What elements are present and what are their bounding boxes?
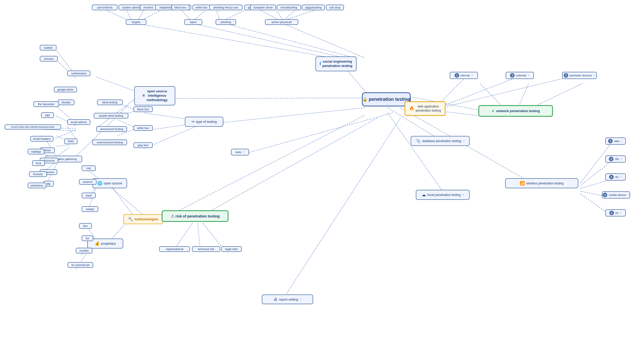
svg-line-6 <box>159 98 364 98</box>
report-writing-node: 🖨 report writing ↗ <box>262 294 313 304</box>
osint-node: ✳ open sourceintelligencemethodology <box>134 86 175 105</box>
iss-node: iss <box>82 235 93 241</box>
svg-line-8 <box>154 115 364 223</box>
issaf-node: issaf <box>82 193 96 198</box>
mcafee-node: mcafee <box>76 248 92 253</box>
perimeter-node: 3 perimeter devices ↗ <box>562 72 597 79</box>
sublistr-node: sublistr <box>40 45 56 51</box>
mobile-device-node: 4 mobile device ↗ <box>602 191 630 199</box>
lock-icon: 🔒 <box>362 97 368 102</box>
central-node: 🔒 penetration testing <box>362 92 411 106</box>
rfid-node: 2 rfid ↗ <box>605 155 626 163</box>
osstmm-node: osstmm <box>79 179 97 185</box>
gray-box-node: gray box <box>133 142 153 148</box>
svg-line-13 <box>194 24 344 58</box>
ec-councils-node: ec-councils lpt <box>68 262 93 268</box>
targets-node: targets <box>126 19 146 25</box>
connection-lines <box>0 0 644 346</box>
network-pen-node: ✔ network penetration testing <box>478 105 553 117</box>
svg-line-4 <box>400 108 539 187</box>
web-app-node: 🔥 web applicationpenetration testing <box>405 101 446 116</box>
users-clients-node: users/clients <box>92 5 118 10</box>
pentmenu-node: pentmenu <box>28 183 46 188</box>
white-box-node: white box <box>133 125 153 131</box>
wlan-node: 1 wlan ↗ <box>605 137 626 145</box>
white-box-se-node: white box <box>193 5 210 10</box>
svg-line-52 <box>55 130 76 139</box>
black-box-se-node: black box <box>171 5 189 10</box>
svg-line-7 <box>205 108 364 124</box>
subdomains-node: subdomains <box>67 71 90 76</box>
svg-line-15 <box>283 24 364 58</box>
iot-node: 5 iot ↗ <box>605 209 626 216</box>
external-node: 2 external ↗ <box>506 72 534 79</box>
globe-icon: 🌐 <box>97 181 102 186</box>
svg-line-77 <box>198 223 200 249</box>
check-icon: ✔ <box>492 108 495 113</box>
nist-node: nist <box>82 165 96 171</box>
legal-risks-node: legal risks <box>221 246 242 252</box>
svg-line-56 <box>56 145 69 146</box>
active-physical-node: active (physical) <box>265 19 298 25</box>
tools-node: tools ↗ <box>231 149 249 155</box>
methodologies-node: 🔧 methodologies <box>123 214 163 224</box>
svg-line-57 <box>56 147 69 156</box>
svg-line-10 <box>282 118 400 300</box>
svg-line-37 <box>580 180 611 189</box>
svg-line-30 <box>441 76 521 106</box>
organisational-node: organisatoinal <box>159 246 190 252</box>
piggybacking-node: piggybacking <box>302 5 325 10</box>
email-headers-node: email headers <box>30 136 53 142</box>
nfc-node: 3 nfc ↗ <box>605 173 626 181</box>
google-dorks-node: google dorks <box>54 87 77 92</box>
dumpster-driver-node: dumpster driver <box>250 5 276 10</box>
wrench-icon: 🔧 <box>128 217 133 222</box>
facebook-icon: f <box>320 61 321 67</box>
maltego-node: maltego <box>28 149 44 154</box>
technical-risk-node: technical risk <box>192 246 220 252</box>
fsociety-node: fsociety <box>29 171 47 177</box>
mindmap-container: 🔒 penetration testing f social engineeri… <box>0 0 644 346</box>
database-pen-node: 📎 database penetration testing ↗ <box>411 136 470 146</box>
paperclip-icon: 📎 <box>416 139 421 143</box>
black-box-node: black box <box>133 106 153 112</box>
cloud-pen-node: ☁ cloud penetration testing ↗ <box>416 190 470 200</box>
foca-node: foca <box>32 160 45 166</box>
svg-line-65 <box>108 185 144 215</box>
double-blind-node: double blind testing <box>94 113 128 118</box>
warning-icon: ⚠ <box>171 214 174 219</box>
svg-line-76 <box>175 223 193 249</box>
cloud-icon: ☁ <box>422 192 426 197</box>
type-testing-node: ✂ type of testing <box>185 117 223 127</box>
ibm-node: ibm <box>79 223 92 229</box>
wireless-pen-node: 📶 wireless penetration testing <box>505 178 578 188</box>
internal-node: 1 internal ↗ <box>450 72 478 79</box>
blind-testing-node: blind testing <box>97 100 123 105</box>
svg-line-5 <box>388 113 441 190</box>
shodan-node: shodan <box>58 100 74 105</box>
svg-line-14 <box>225 24 354 58</box>
svg-line-11 <box>244 113 393 154</box>
email-adress-node: email adress <box>67 119 90 125</box>
risk-node: ⚠ risk of penetration testing <box>162 210 228 222</box>
usb-drop-node: usb drop <box>326 5 344 10</box>
svg-line-54 <box>67 126 76 139</box>
svg-line-41 <box>96 77 139 92</box>
wifi-icon: 📶 <box>520 181 525 186</box>
pipl-node: pipl <box>41 112 54 118</box>
vendors-node: vendors <box>140 5 157 10</box>
social-media-node: social media sites linkedin,facebook,twi… <box>5 124 61 130</box>
svg-line-63 <box>117 119 133 127</box>
open-source-node: 🌐 open source <box>92 178 127 188</box>
star-icon: ✳ <box>142 93 145 98</box>
svg-line-9 <box>198 118 377 218</box>
scissors-icon: ✂ <box>191 119 195 124</box>
dns-node: DNS <box>64 139 78 144</box>
owasp-node: owasp <box>82 206 98 212</box>
svg-line-78 <box>203 223 223 249</box>
printer-icon: 🖨 <box>273 297 277 302</box>
unannounced-node: unannounced testing <box>92 140 127 145</box>
shouldsurfing-node: shouldsurfing <box>277 5 301 10</box>
phishing-node: phishing <box>216 19 236 25</box>
fire-icon: 🔥 <box>409 106 414 111</box>
